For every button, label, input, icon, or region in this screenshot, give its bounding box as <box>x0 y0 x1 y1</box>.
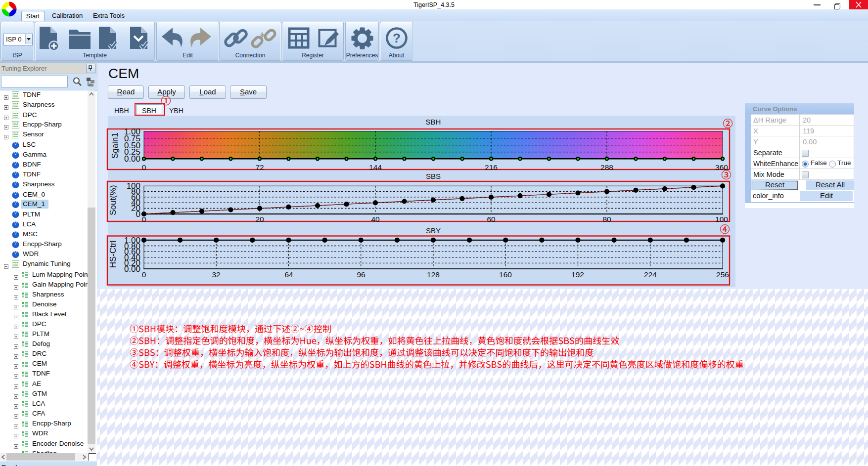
svg-text:160: 160 <box>499 270 512 279</box>
svg-text:SBH: SBH <box>426 118 441 126</box>
svg-text:224: 224 <box>644 270 657 279</box>
svg-text:0: 0 <box>142 163 146 171</box>
svg-text:40: 40 <box>371 215 380 223</box>
svg-text:0: 0 <box>142 270 146 279</box>
svg-text:128: 128 <box>427 270 440 279</box>
svg-text:192: 192 <box>571 270 584 279</box>
svg-text:Sout(%): Sout(%) <box>108 185 118 215</box>
svg-text:100: 100 <box>715 215 728 223</box>
svg-text:HS-Ctrl: HS-Ctrl <box>108 241 118 268</box>
svg-text:144: 144 <box>369 163 382 171</box>
svg-text:72: 72 <box>255 163 264 171</box>
svg-text:32: 32 <box>212 270 220 279</box>
svg-text:288: 288 <box>600 163 613 171</box>
svg-text:?: ? <box>393 31 401 45</box>
svg-text:256: 256 <box>716 270 729 279</box>
svg-text:80: 80 <box>602 215 611 223</box>
svg-text:60: 60 <box>487 215 496 223</box>
svg-text:0.00: 0.00 <box>124 154 140 164</box>
svg-text:SBY: SBY <box>426 226 441 235</box>
svg-text:20: 20 <box>255 215 264 223</box>
svg-text:SBS: SBS <box>426 172 441 180</box>
svg-text:96: 96 <box>357 270 365 279</box>
svg-text:216: 216 <box>485 163 498 171</box>
svg-text:Sgain1: Sgain1 <box>110 132 120 159</box>
svg-text:0: 0 <box>142 215 146 223</box>
svg-text:64: 64 <box>284 270 293 279</box>
svg-text:0.00: 0.00 <box>124 264 140 274</box>
svg-text:0: 0 <box>136 210 140 219</box>
